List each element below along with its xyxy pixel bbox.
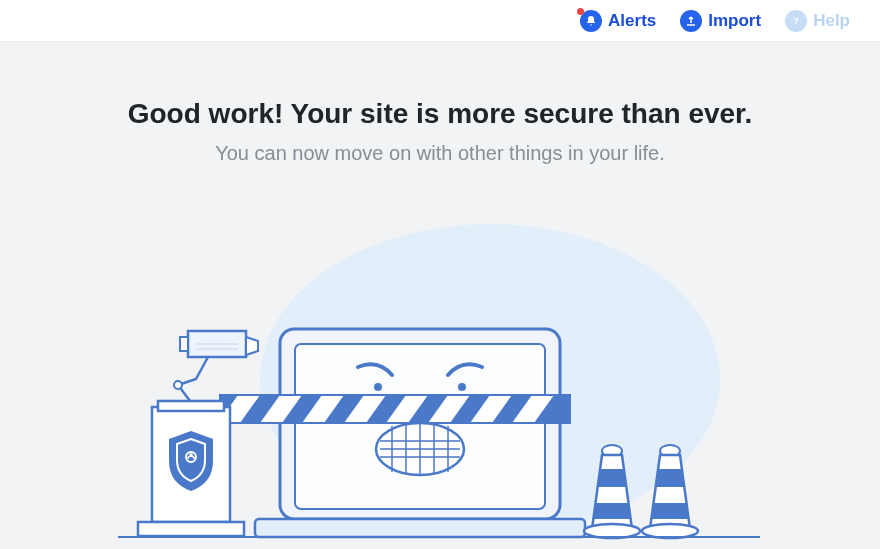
help-label: Help — [813, 11, 850, 31]
svg-point-37 — [584, 524, 640, 538]
topbar: Alerts Import ? Help — [0, 0, 880, 42]
svg-rect-4 — [255, 519, 585, 537]
svg-point-39 — [642, 524, 698, 538]
security-illustration — [110, 209, 770, 549]
question-icon: ? — [785, 10, 807, 32]
import-button[interactable]: Import — [680, 10, 761, 32]
page-headline: Good work! Your site is more secure than… — [0, 98, 880, 130]
bell-icon — [580, 10, 602, 32]
alerts-button[interactable]: Alerts — [580, 10, 656, 32]
help-button[interactable]: ? Help — [785, 10, 850, 32]
svg-point-35 — [174, 381, 182, 389]
svg-rect-32 — [180, 337, 188, 351]
svg-rect-27 — [158, 401, 224, 411]
main-content: Good work! Your site is more secure than… — [0, 42, 880, 549]
svg-point-6 — [458, 383, 466, 391]
notification-dot-icon — [577, 8, 584, 15]
svg-rect-28 — [138, 522, 244, 536]
svg-text:?: ? — [793, 16, 799, 26]
alerts-label: Alerts — [608, 11, 656, 31]
upload-icon — [680, 10, 702, 32]
svg-point-5 — [374, 383, 382, 391]
import-label: Import — [708, 11, 761, 31]
page-subhead: You can now move on with other things in… — [0, 142, 880, 165]
